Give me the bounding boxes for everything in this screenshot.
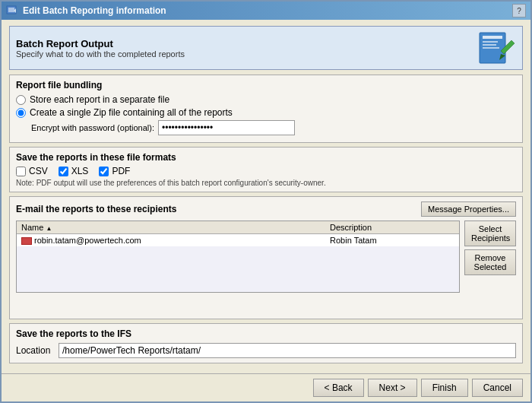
email-body: Name ▲ Description robin.tatam@powertech… — [16, 221, 516, 293]
svg-rect-6 — [483, 44, 496, 46]
header-title-area: Batch Report Output Specify what to do w… — [16, 38, 185, 59]
bundling-section: Report file bundling Store each report i… — [9, 75, 523, 143]
sort-icon: ▲ — [46, 225, 52, 232]
format-xls: XLS — [59, 166, 89, 176]
bundling-title: Report file bundling — [16, 80, 516, 90]
recipient-desc-cell: Robin Tatam — [325, 234, 459, 247]
location-input[interactable] — [59, 343, 516, 358]
title-bar-left: Edit Batch Reporting information — [6, 5, 166, 17]
title-bar: Edit Batch Reporting information ? — [2, 2, 530, 20]
svg-rect-7 — [483, 47, 499, 49]
content-area: Batch Report Output Specify what to do w… — [2, 20, 530, 373]
format-csv: CSV — [16, 166, 48, 176]
empty-row — [17, 246, 459, 292]
col-description-header[interactable]: Description — [325, 221, 459, 234]
page-header: Batch Report Output Specify what to do w… — [9, 26, 523, 70]
remove-selected-button[interactable]: Remove Selected — [464, 249, 516, 275]
page-title: Batch Report Output — [16, 38, 185, 49]
back-button[interactable]: < Back — [313, 379, 364, 397]
report-icon — [477, 31, 516, 65]
format-pdf: PDF — [99, 166, 130, 176]
main-window: Edit Batch Reporting information ? Batch… — [0, 0, 532, 403]
title-bar-controls: ? — [512, 4, 526, 17]
email-icon — [21, 237, 32, 245]
cancel-button[interactable]: Cancel — [472, 379, 523, 397]
recipients-table: Name ▲ Description robin.tatam@powertech… — [17, 221, 459, 292]
svg-rect-5 — [483, 41, 498, 43]
email-section: E-mail the reports to these recipients M… — [9, 196, 523, 319]
svg-rect-1 — [8, 8, 14, 12]
csv-label: CSV — [29, 166, 48, 176]
password-row: Encrypt with password (optional): — [31, 120, 516, 135]
option-separate-label: Store each report in a separate file — [30, 94, 169, 105]
window-title: Edit Batch Reporting information — [23, 5, 166, 16]
password-label: Encrypt with password (optional): — [31, 123, 154, 132]
password-input[interactable] — [158, 120, 295, 135]
pdf-checkbox[interactable] — [99, 167, 109, 176]
next-button[interactable]: Next > — [368, 379, 417, 397]
pdf-label: PDF — [112, 166, 130, 176]
col-name-header[interactable]: Name ▲ — [17, 221, 325, 234]
help-button[interactable]: ? — [512, 4, 526, 17]
csv-checkbox[interactable] — [16, 167, 26, 176]
message-properties-button[interactable]: Message Properties... — [421, 202, 516, 217]
ifs-row: Location — [16, 343, 516, 358]
select-recipients-button[interactable]: Select Recipients — [464, 221, 516, 246]
formats-note: Note: PDF output will use the preference… — [16, 179, 516, 187]
ifs-section: Save the reports to the IFS Location — [9, 323, 523, 363]
formats-row: CSV XLS PDF — [16, 166, 516, 176]
option-zip-label: Create a single Zip file containing all … — [30, 107, 233, 118]
page-subtitle: Specify what to do with the completed re… — [16, 49, 185, 59]
option-zip-row: Create a single Zip file containing all … — [16, 107, 516, 118]
svg-rect-4 — [483, 36, 502, 39]
table-row[interactable]: robin.tatam@powertech.com Robin Tatam — [17, 234, 459, 247]
recipient-buttons: Select Recipients Remove Selected — [464, 221, 516, 293]
email-title: E-mail the reports to these recipients — [16, 204, 176, 214]
option-separate-radio[interactable] — [16, 95, 26, 105]
option-separate-row: Store each report in a separate file — [16, 94, 516, 105]
recipient-name-cell: robin.tatam@powertech.com — [17, 234, 325, 247]
recipients-table-container: Name ▲ Description robin.tatam@powertech… — [16, 221, 460, 293]
ifs-title: Save the reports to the IFS — [16, 328, 516, 339]
formats-section: Save the reports in these file formats C… — [9, 147, 523, 192]
formats-title: Save the reports in these file formats — [16, 152, 516, 163]
footer: < Back Next > Finish Cancel — [2, 373, 530, 401]
email-header: E-mail the reports to these recipients M… — [16, 202, 516, 217]
finish-button[interactable]: Finish — [421, 379, 468, 397]
window-icon — [6, 5, 18, 17]
xls-checkbox[interactable] — [59, 167, 68, 176]
location-label: Location — [16, 345, 54, 356]
option-zip-radio[interactable] — [16, 108, 26, 118]
xls-label: XLS — [71, 166, 89, 176]
